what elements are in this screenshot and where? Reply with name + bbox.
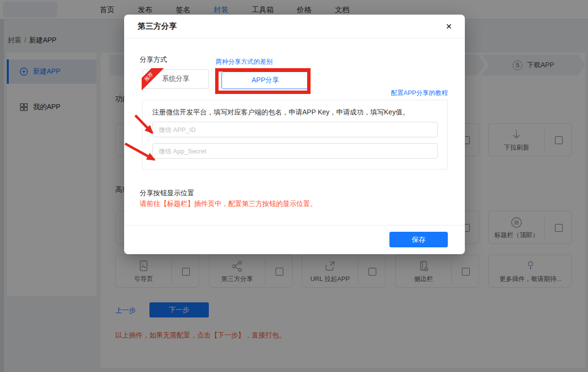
modal-footer-divider	[124, 225, 465, 225]
arrow-annotation-app-secret	[125, 144, 154, 160]
tab-system-share[interactable]: 推荐 系统分享	[143, 69, 209, 89]
save-button[interactable]: 保存	[389, 232, 448, 247]
wechat-app-secret-input[interactable]	[152, 143, 438, 159]
recommend-ribbon: 推荐	[142, 68, 164, 91]
arrow-annotations	[119, 111, 168, 167]
modal-header: 第三方分享	[124, 15, 465, 38]
share-method-label: 分享方式	[140, 56, 167, 64]
recommend-ribbon-label: 推荐	[142, 68, 164, 91]
third-party-share-modal: 第三方分享 ✕ 分享方式 两种分享方式的差别 推荐 系统分享 APP分享 配置A…	[124, 15, 465, 254]
arrow-annotation-app-id	[135, 115, 152, 133]
share-button-position-label: 分享按钮显示位置	[140, 189, 194, 198]
close-icon[interactable]: ✕	[446, 22, 452, 31]
wechat-config-panel: 注册微信开发平台，填写对应客户端的包名，申请APP Key，申请成功，填写Key…	[142, 100, 448, 169]
app-share-tutorial-link[interactable]: 配置APP分享的教程	[391, 89, 448, 97]
wechat-config-instruction: 注册微信开发平台，填写对应客户端的包名，申请APP Key，申请成功，填写Key…	[152, 108, 409, 117]
share-diff-link[interactable]: 两种分享方式的差别	[216, 57, 273, 66]
share-button-position-note: 请前往【标题栏】插件页中，配置第三方按钮的显示位置。	[140, 200, 317, 208]
wechat-app-id-input[interactable]	[152, 122, 438, 137]
modal-title: 第三方分享	[138, 21, 177, 32]
tab-system-share-label: 系统分享	[162, 74, 189, 83]
highlight-rectangle-annotation	[215, 68, 311, 94]
